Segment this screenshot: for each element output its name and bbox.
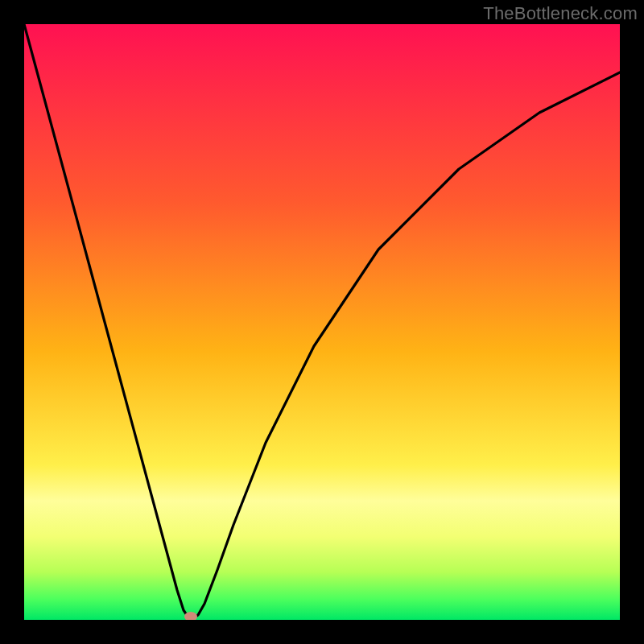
chart-svg xyxy=(24,24,620,620)
chart-container: TheBottleneck.com xyxy=(0,0,644,644)
gradient-bg xyxy=(24,24,620,620)
watermark-text: TheBottleneck.com xyxy=(483,3,638,24)
plot-area xyxy=(24,24,620,620)
